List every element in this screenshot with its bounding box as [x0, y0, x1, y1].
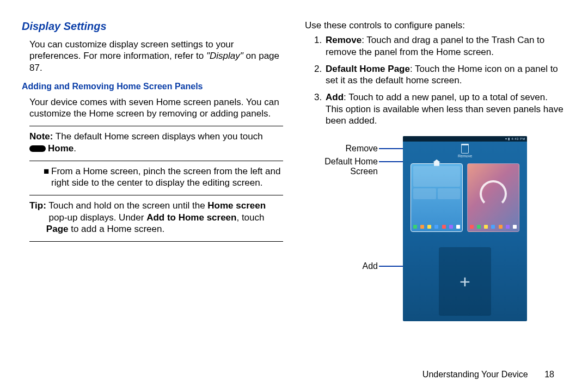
- bullet-text: From a Home screen, pinch the screen fro…: [51, 166, 283, 189]
- note-lead: Note:: [29, 131, 53, 142]
- config-list: Remove: Touch and drag a panel to the Tr…: [305, 34, 566, 126]
- app-icon: [449, 225, 453, 229]
- widget: [438, 188, 461, 199]
- intro-paragraph: You can customize display screen setting…: [29, 39, 283, 74]
- app-icon: [456, 225, 460, 229]
- list-item: Remove: Touch and drag a panel to the Tr…: [324, 34, 566, 58]
- tip-lead: Tip:: [29, 200, 46, 211]
- page-footer: Understanding Your Device 18: [422, 369, 554, 380]
- subsection-intro: Your device comes with seven Home screen…: [29, 96, 283, 120]
- dock: [470, 225, 517, 230]
- app-icon: [491, 225, 495, 229]
- label-add: Add: [359, 261, 378, 271]
- app-icon: [413, 225, 417, 229]
- tip-b3: Page: [46, 224, 69, 234]
- home-icon: [433, 160, 440, 166]
- item3-bold: Add: [326, 92, 344, 102]
- app-icon: [420, 225, 424, 229]
- panel-secondary: [467, 163, 519, 232]
- tip-t4: to add a Home screen.: [69, 224, 165, 234]
- tip-t1: Touch and hold on the screen until the: [46, 200, 207, 211]
- battery-icon: ▮: [508, 137, 510, 140]
- home-pill-icon: [29, 145, 46, 152]
- divider: [29, 195, 283, 195]
- arc-icon: [480, 180, 507, 207]
- app-icon: [434, 225, 438, 229]
- app-icon: [470, 225, 474, 229]
- label-default-home: Default HomeScreen: [316, 157, 378, 176]
- status-time: 4:43 PM: [511, 137, 525, 140]
- wifi-icon: ▾: [505, 137, 507, 140]
- divider: [29, 126, 283, 126]
- app-icon: [477, 225, 481, 229]
- list-item: Default Home Page: Touch the Home icon o…: [324, 63, 566, 87]
- tip-block: Tip: Touch and hold on the screen until …: [29, 200, 283, 235]
- app-icon: [499, 225, 503, 229]
- list-item: Add: Touch to add a new panel, up to a t…: [324, 91, 566, 126]
- app-icon: [513, 225, 517, 229]
- bullet-icon: ■: [44, 166, 51, 189]
- illustration: Remove Default HomeScreen Add ▾ ▮ 4:43 P…: [305, 136, 566, 332]
- app-icon: [427, 225, 431, 229]
- trash-area: Remove: [403, 142, 527, 162]
- note-home: Home: [48, 143, 74, 154]
- subsection-title: Adding and Removing Home Screen Panels: [22, 81, 283, 92]
- weather-widget: [413, 166, 460, 187]
- plus-icon: +: [460, 272, 470, 291]
- tip-b1: Home screen: [207, 200, 266, 211]
- intro-text: You can customize display screen setting…: [29, 39, 234, 61]
- phone-mock: ▾ ▮ 4:43 PM Remove: [403, 136, 527, 321]
- divider: [29, 161, 283, 161]
- app-icon: [484, 225, 488, 229]
- note-body: The default Home screen displays when yo…: [53, 131, 262, 142]
- item1-bold: Remove: [326, 35, 362, 45]
- bullet-item: ■ From a Home screen, pinch the screen f…: [44, 166, 283, 189]
- app-icon: [442, 225, 446, 229]
- app-icon: [506, 225, 510, 229]
- right-intro: Use these controls to configure panels:: [305, 20, 566, 31]
- dock: [413, 225, 460, 230]
- status-bar: ▾ ▮ 4:43 PM: [403, 136, 527, 142]
- label-remove: Remove: [330, 144, 378, 154]
- tip-t2a: pop-up displays. Under: [46, 212, 146, 223]
- section-title: Display Settings: [22, 20, 283, 33]
- trash-icon: [461, 144, 469, 154]
- widget: [413, 188, 436, 199]
- panel-default: [411, 163, 463, 232]
- add-panel: +: [439, 247, 491, 316]
- note-block: Note: The default Home screen displays w…: [29, 131, 283, 154]
- divider: [29, 241, 283, 242]
- footer-page: 18: [544, 370, 554, 379]
- item3-text: : Touch to add a new panel, up to a tota…: [326, 92, 564, 126]
- trash-label: Remove: [403, 154, 527, 159]
- tip-t3: , touch: [236, 212, 264, 223]
- footer-chapter: Understanding Your Device: [422, 370, 528, 379]
- item2-bold: Default Home Page: [326, 64, 410, 74]
- tip-b2: Add to Home screen: [146, 212, 236, 223]
- intro-ref: "Display": [206, 51, 243, 61]
